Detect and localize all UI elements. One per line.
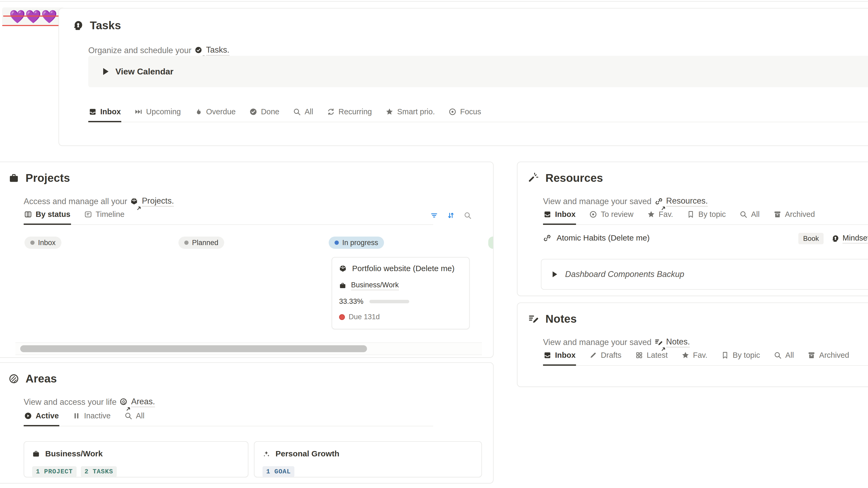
notes-description: View and manage your saved Notes.: [543, 337, 690, 348]
resources-description: View and manage your saved Resources.: [543, 196, 708, 206]
head-keyhole-icon: [73, 20, 84, 31]
tab-inactive[interactable]: Inactive: [72, 412, 111, 426]
notes-card: Notes View and manage your saved Notes. …: [517, 302, 868, 387]
tab-label: Archived: [819, 351, 849, 360]
tab-fav[interactable]: Fav.: [681, 351, 708, 366]
project-count-badge: 1 PROJECT: [32, 466, 76, 477]
tab-label: Timeline: [96, 210, 125, 219]
areas-tabs: Active Inactive All: [24, 412, 433, 426]
filter-icon[interactable]: [430, 212, 438, 219]
tab-by-topic[interactable]: By topic: [721, 351, 761, 366]
pencil-icon: [589, 351, 597, 359]
tab-inbox[interactable]: Inbox: [88, 107, 121, 122]
resources-link[interactable]: Resources.: [666, 196, 708, 206]
projects-header: Projects: [8, 172, 70, 185]
search-icon: [124, 412, 132, 420]
tab-active[interactable]: Active: [24, 412, 59, 426]
tasks-tabs: Inbox Upcoming Overdue Done All Recurrin…: [88, 107, 868, 122]
areas-link[interactable]: Areas.: [131, 397, 155, 407]
tab-label: Smart prio.: [397, 107, 435, 116]
column-pill-planned[interactable]: Planned: [179, 236, 224, 249]
tab-label: Inbox: [100, 107, 121, 116]
areas-title: Areas: [26, 372, 57, 385]
tab-timeline[interactable]: Timeline: [84, 210, 125, 225]
tab-label: To review: [601, 210, 633, 219]
due-label: Due 131d: [349, 313, 380, 321]
resource-item-row[interactable]: Atomic Habits (Delete me): [543, 233, 650, 242]
tab-fav[interactable]: Fav.: [647, 210, 674, 225]
recurring-icon: [327, 108, 335, 116]
search-icon: [774, 351, 782, 359]
tab-by-status[interactable]: By status: [24, 210, 71, 225]
backup-label: Dashboard Components Backup: [565, 269, 684, 279]
star-icon: [385, 108, 393, 116]
status-dot: [335, 240, 339, 245]
view-calendar-toggle[interactable]: View Calendar: [88, 56, 868, 87]
tab-smart-prio[interactable]: Smart prio.: [385, 107, 435, 122]
tasks-link[interactable]: Tasks.: [206, 45, 229, 56]
tab-done[interactable]: Done: [249, 107, 280, 122]
tab-upcoming[interactable]: Upcoming: [134, 107, 181, 122]
search-icon: [740, 210, 747, 218]
tab-recurring[interactable]: Recurring: [327, 107, 373, 122]
tab-overdue[interactable]: Overdue: [194, 107, 236, 122]
area-badges: 1 GOAL: [262, 466, 294, 477]
archive-icon: [808, 351, 815, 359]
tab-label: All: [785, 351, 794, 360]
backup-toggle[interactable]: Dashboard Components Backup: [541, 259, 868, 290]
triangle-right-icon[interactable]: [553, 271, 557, 277]
hatched-circle-icon: [8, 373, 19, 384]
bookmark-icon: [687, 210, 694, 218]
tab-inbox[interactable]: Inbox: [543, 351, 576, 366]
project-item-card[interactable]: Portfolio website (Delete me) Business/W…: [332, 257, 470, 329]
sort-icon[interactable]: [447, 212, 455, 219]
book-tag[interactable]: Book: [798, 233, 824, 244]
tasks-description: Organize and schedule your Tasks.: [88, 45, 229, 56]
star-icon: [682, 351, 689, 359]
tab-by-topic[interactable]: By topic: [686, 210, 726, 225]
tab-all[interactable]: All: [773, 351, 794, 366]
column-label: Inbox: [38, 239, 56, 247]
hearts-text-block[interactable]: 💜💜💜: [2, 7, 64, 26]
flame-icon: [195, 108, 203, 116]
tab-archived[interactable]: Archived: [773, 210, 816, 225]
project-area-link[interactable]: Business/Work: [351, 281, 399, 290]
scrollbar-track[interactable]: [16, 343, 482, 355]
tab-archived[interactable]: Archived: [807, 351, 850, 366]
star-icon: [647, 210, 655, 218]
cube-icon: [339, 264, 347, 273]
fast-forward-icon: [134, 108, 142, 116]
tab-drafts[interactable]: Drafts: [589, 351, 622, 366]
progress-bar: [369, 300, 409, 303]
area-card-business-work[interactable]: Business/Work 1 PROJECT 2 TASKS: [24, 441, 248, 477]
tab-label: Inactive: [84, 412, 111, 420]
tab-all[interactable]: All: [292, 107, 313, 122]
project-title: Portfolio website (Delete me): [352, 264, 455, 273]
project-progress-row: 33.33%: [339, 297, 409, 306]
tab-to-review[interactable]: To review: [589, 210, 634, 225]
tasks-card: Tasks Organize and schedule your Tasks. …: [59, 8, 868, 146]
projects-link[interactable]: Projects.: [142, 196, 174, 206]
tab-all[interactable]: All: [739, 210, 760, 225]
tab-label: Upcoming: [146, 107, 181, 116]
tab-label: By status: [36, 210, 70, 219]
tab-latest[interactable]: Latest: [635, 351, 668, 366]
area-card-personal-growth[interactable]: Personal Growth 1 GOAL: [254, 441, 482, 477]
scrollbar-thumb[interactable]: [20, 345, 367, 352]
tab-label: Inbox: [555, 351, 576, 360]
triangle-right-icon[interactable]: [103, 68, 108, 75]
tab-focus[interactable]: Focus: [448, 107, 482, 122]
tab-label: All: [305, 107, 313, 116]
topic-link[interactable]: Mindset: [842, 234, 868, 243]
task-count-badge: 2 TASKS: [81, 466, 117, 477]
magic-wand-icon: [528, 173, 539, 184]
notes-tabs: Inbox Drafts Latest Fav. By topic All Ar…: [543, 351, 868, 366]
topic-link-group[interactable]: Mindset: [832, 234, 868, 243]
column-pill-in-progress[interactable]: In progress: [329, 236, 384, 249]
tab-label: Recurring: [339, 107, 372, 116]
search-icon[interactable]: [464, 212, 471, 219]
notes-link[interactable]: Notes.: [666, 337, 690, 348]
tab-inbox[interactable]: Inbox: [543, 210, 576, 225]
tab-all[interactable]: All: [124, 412, 145, 426]
column-pill-inbox[interactable]: Inbox: [25, 236, 61, 249]
